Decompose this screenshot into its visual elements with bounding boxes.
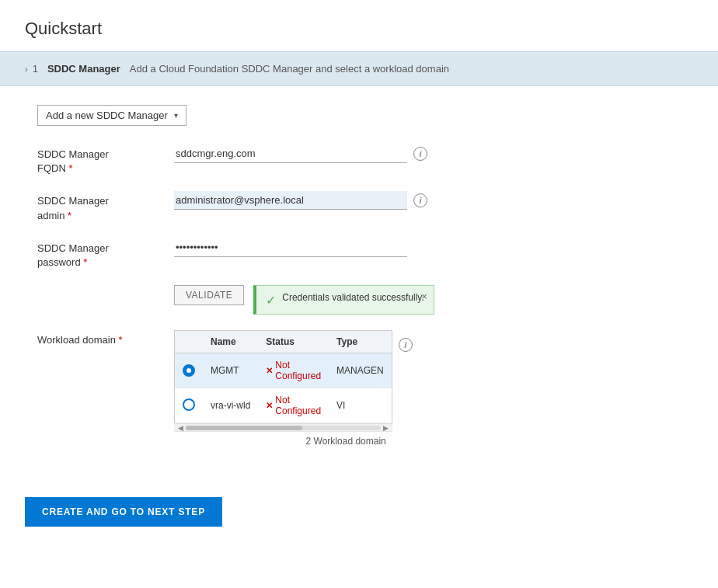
admin-row: SDDC Manager admin * i bbox=[37, 191, 693, 222]
table-cell-name: MGMT bbox=[203, 353, 258, 388]
table-header-row: Name Status Type bbox=[175, 331, 392, 353]
workload-info-icon[interactable]: i bbox=[399, 338, 413, 352]
form-area: Add a new SDDC Manager ▾ SDDC Manager FQ… bbox=[0, 86, 718, 482]
table-cell-radio[interactable] bbox=[175, 353, 204, 388]
dropdown-label: Add a new SDDC Manager bbox=[46, 110, 168, 121]
workload-domain-count: 2 Workload domain bbox=[174, 431, 392, 451]
create-next-step-button[interactable]: CREATE AND GO TO NEXT STEP bbox=[25, 497, 222, 527]
workload-table-wrap: Name Status Type MGMT bbox=[174, 330, 392, 451]
table-row: vra-vi-wld ✕ NotConfigured VI bbox=[175, 388, 392, 423]
fqdn-info-icon[interactable]: i bbox=[413, 147, 427, 161]
toast-message: Credentials validated successfully. bbox=[282, 292, 424, 303]
fqdn-label: SDDC Manager FQDN * bbox=[37, 144, 162, 176]
scroll-left-icon[interactable]: ◀ bbox=[176, 424, 186, 432]
checkmark-icon: ✓ bbox=[266, 293, 276, 308]
table-cell-radio[interactable] bbox=[175, 388, 204, 423]
admin-required: * bbox=[68, 210, 71, 221]
horizontal-scrollbar[interactable]: ◀ ▶ bbox=[174, 423, 392, 431]
workload-label: Workload domain * bbox=[37, 330, 162, 347]
fqdn-input[interactable] bbox=[174, 144, 407, 163]
table-col-status: Status bbox=[258, 331, 329, 353]
step-index: 1 bbox=[33, 63, 38, 75]
dropdown-row: Add a new SDDC Manager ▾ bbox=[37, 105, 693, 126]
table-row: MGMT ✕ NotConfigured MANAGEN bbox=[175, 353, 392, 388]
validate-row: VALIDATE ✓ Credentials validated success… bbox=[37, 285, 693, 315]
table-cell-status: ✕ NotConfigured bbox=[258, 388, 329, 423]
table-col-type: Type bbox=[329, 331, 392, 353]
table-col-name: Name bbox=[203, 331, 258, 353]
password-input[interactable] bbox=[174, 238, 407, 257]
admin-label: SDDC Manager admin * bbox=[37, 191, 162, 222]
status-not-configured-2: ✕ NotConfigured bbox=[266, 395, 321, 416]
step-chevron: › bbox=[25, 64, 28, 74]
toast-close-icon[interactable]: × bbox=[421, 291, 427, 302]
scrollbar-thumb[interactable] bbox=[186, 426, 302, 430]
step-header: › 1 SDDC Manager Add a Cloud Foundation … bbox=[0, 51, 718, 86]
fqdn-input-group: i bbox=[174, 144, 427, 163]
sddc-manager-dropdown[interactable]: Add a new SDDC Manager ▾ bbox=[37, 105, 186, 126]
step-description: Add a Cloud Foundation SDDC Manager and … bbox=[130, 63, 449, 75]
password-row: SDDC Manager password * bbox=[37, 238, 693, 270]
password-input-group bbox=[174, 238, 407, 257]
chevron-down-icon: ▾ bbox=[174, 111, 178, 120]
radio-empty-icon[interactable] bbox=[183, 398, 195, 411]
table-cell-status: ✕ NotConfigured bbox=[258, 353, 329, 388]
table-cell-type-2: VI bbox=[329, 388, 392, 423]
radio-selected-icon[interactable] bbox=[183, 364, 195, 377]
scrollbar-track[interactable] bbox=[186, 426, 381, 430]
workload-table: Name Status Type MGMT bbox=[174, 330, 392, 423]
page-title: Quickstart bbox=[0, 0, 718, 51]
table-cell-name: vra-vi-wld bbox=[203, 388, 258, 423]
scroll-right-icon[interactable]: ▶ bbox=[381, 424, 391, 432]
credentials-toast: ✓ Credentials validated successfully. × bbox=[253, 285, 434, 315]
step-number: › 1 bbox=[25, 63, 38, 75]
table-cell-type: MANAGEN bbox=[329, 353, 392, 388]
step-label: SDDC Manager bbox=[47, 63, 120, 75]
password-label: SDDC Manager password * bbox=[37, 238, 162, 270]
admin-info-icon[interactable]: i bbox=[413, 193, 427, 207]
fqdn-row: SDDC Manager FQDN * i bbox=[37, 144, 693, 176]
fqdn-required: * bbox=[68, 162, 72, 174]
status-not-configured: ✕ NotConfigured bbox=[266, 360, 321, 381]
password-required: * bbox=[83, 256, 87, 268]
admin-input[interactable] bbox=[174, 191, 407, 210]
workload-required: * bbox=[119, 334, 123, 346]
action-row: CREATE AND GO TO NEXT STEP bbox=[0, 482, 718, 551]
x-icon-2: ✕ bbox=[266, 401, 273, 411]
workload-domain-row: Workload domain * Name Status Type bbox=[37, 330, 693, 451]
x-icon: ✕ bbox=[266, 366, 273, 376]
table-col-radio bbox=[175, 331, 204, 353]
validate-button[interactable]: VALIDATE bbox=[174, 285, 244, 305]
admin-input-group: i bbox=[174, 191, 427, 210]
